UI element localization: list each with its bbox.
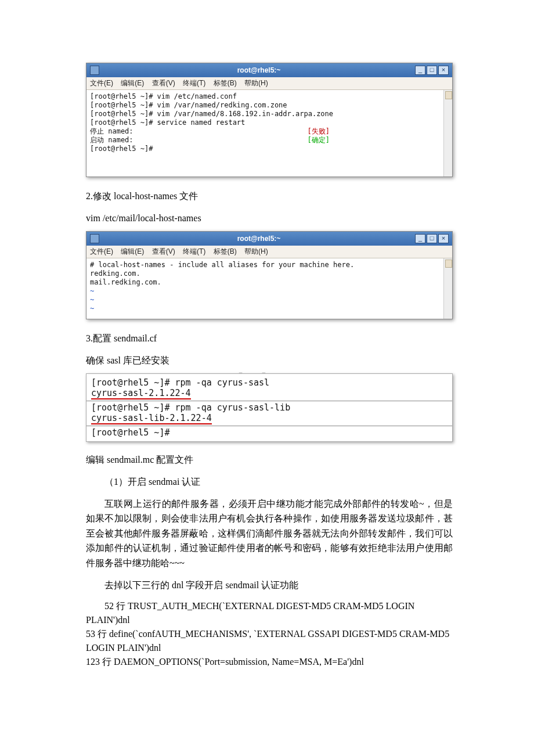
close-button[interactable]: × <box>438 234 449 243</box>
terminal-window-2: root@rhel5:~ _ □ × 文件(E) 编辑(E) 查看(V) 终端(… <box>86 231 453 319</box>
menu-view[interactable]: 查看(V) <box>152 247 175 255</box>
heading-step3: 3.配置 sendmail.cf <box>86 331 453 346</box>
maximize-button[interactable]: □ <box>427 234 437 243</box>
window-title: root@rhel5:~ <box>103 66 415 74</box>
term-line: mail.redking.com. <box>90 278 442 287</box>
menu-file[interactable]: 文件(E) <box>90 247 113 255</box>
status-ok: [确定] <box>308 136 330 144</box>
text-sasl: 确保 sasl 库已经安装 <box>86 353 453 368</box>
close-button[interactable]: × <box>438 66 449 75</box>
terminal-body[interactable]: # local-host-names - include all aliases… <box>86 258 452 319</box>
minimize-button[interactable]: _ <box>415 234 425 243</box>
window-icon <box>90 234 99 243</box>
menu-file[interactable]: 文件(E) <box>90 79 113 87</box>
text-sub1: （1）开启 sendmai 认证 <box>86 474 453 489</box>
snippet-line: cyrus-sasl-lib-2.1.22-4 <box>91 413 448 424</box>
menu-help[interactable]: 帮助(H) <box>244 79 268 87</box>
menubar: 文件(E) 编辑(E) 查看(V) 终端(T) 标签(B) 帮助(H) <box>86 77 452 90</box>
term-line: 启动 named:[确定] <box>90 136 442 145</box>
menu-tabs[interactable]: 标签(B) <box>214 247 237 255</box>
window-title: root@rhel5:~ <box>103 235 415 243</box>
term-line: [root@rhel5 ~]# vim /var/named/redking.c… <box>90 101 442 110</box>
heading-step2: 2.修改 local-host-names 文件 <box>86 189 453 204</box>
snippet-line: [root@rhel5 ~]# rpm -qa cyrus-sasl-lib <box>91 402 448 413</box>
vim-tilde: ~ <box>90 296 442 304</box>
term-line: redking.com. <box>90 269 442 278</box>
text-edit-mc: 编辑 sendmail.mc 配置文件 <box>86 452 453 467</box>
term-line: [root@rhel5 ~]# service named restart <box>90 118 442 127</box>
term-line: # local-host-names - include all aliases… <box>90 261 442 269</box>
menu-tabs[interactable]: 标签(B) <box>214 79 237 87</box>
maximize-button[interactable]: □ <box>427 66 437 75</box>
command-text: vim /etc/mail/local-host-names <box>86 211 453 226</box>
paragraph-relay: 互联网上运行的邮件服务器，必须开启中继功能才能完成外部邮件的转发哈~，但是如果不… <box>86 496 453 571</box>
text-remove-dnl: 去掉以下三行的 dnl 字段开启 sendmail 认证功能 <box>86 578 453 593</box>
minimize-button[interactable]: _ <box>415 66 425 75</box>
window-icon <box>90 66 99 75</box>
code-snippet: [root@rhel5 ~]# rpm -qa cyrus-sasl cyrus… <box>86 373 453 442</box>
snippet-line: [root@rhel5 ~]# rpm -qa cyrus-sasl <box>91 377 448 388</box>
scrollbar[interactable] <box>443 258 452 319</box>
cfg-line-123: 123 行 DAEMON_OPTIONS(`Port=submission, N… <box>86 657 364 667</box>
menubar: 文件(E) 编辑(E) 查看(V) 终端(T) 标签(B) 帮助(H) <box>86 246 452 258</box>
menu-terminal[interactable]: 终端(T) <box>183 247 205 255</box>
term-line: 停止 named:[失败] <box>90 127 442 136</box>
vim-tilde: ~ <box>90 287 442 296</box>
term-line: [root@rhel5 ~]# vim /var/named/8.168.192… <box>90 110 442 118</box>
menu-terminal[interactable]: 终端(T) <box>183 79 205 87</box>
menu-edit[interactable]: 编辑(E) <box>121 79 144 87</box>
titlebar: root@rhel5:~ _ □ × <box>86 63 452 77</box>
cfg-line-53: 53 行 define(`confAUTH_MECHANISMS', `EXTE… <box>86 629 449 653</box>
snippet-line: [root@rhel5 ~]# <box>91 427 448 438</box>
cfg-line-52: 52 行 TRUST_AUTH_MECH(`EXTERNAL DIGEST-MD… <box>86 601 414 625</box>
config-lines: 52 行 TRUST_AUTH_MECH(`EXTERNAL DIGEST-MD… <box>86 599 453 669</box>
status-fail: [失败] <box>308 127 330 135</box>
term-line: [root@rhel5 ~]# <box>90 145 442 153</box>
menu-view[interactable]: 查看(V) <box>152 79 175 87</box>
titlebar: root@rhel5:~ _ □ × <box>86 232 452 246</box>
menu-edit[interactable]: 编辑(E) <box>121 247 144 255</box>
scrollbar[interactable] <box>443 90 452 177</box>
terminal-body[interactable]: [root@rhel5 ~]# vim /etc/named.conf [roo… <box>86 90 452 177</box>
snippet-line: cyrus-sasl-2.1.22-4 <box>91 388 448 399</box>
terminal-window-1: root@rhel5:~ _ □ × 文件(E) 编辑(E) 查看(V) 终端(… <box>86 63 453 177</box>
term-line: [root@rhel5 ~]# vim /etc/named.conf <box>90 92 442 101</box>
menu-help[interactable]: 帮助(H) <box>244 247 268 255</box>
vim-tilde: ~ <box>90 304 442 313</box>
